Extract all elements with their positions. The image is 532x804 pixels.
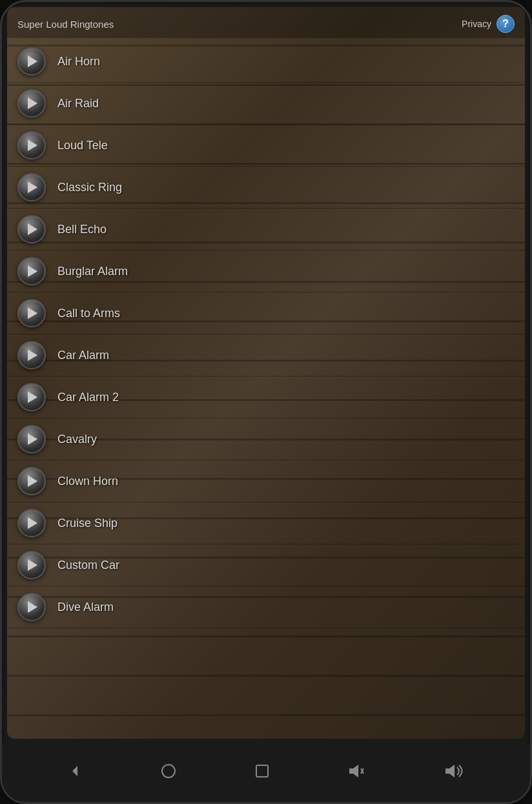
svg-marker-6: [445, 765, 455, 778]
home-button[interactable]: [161, 763, 176, 783]
ringtone-item[interactable]: Call to Arms: [7, 293, 525, 335]
play-icon-4: [28, 181, 37, 193]
track-name-11: Clown Horn: [57, 475, 118, 488]
track-name-7: Call to Arms: [57, 307, 120, 320]
play-button-10[interactable]: [17, 425, 46, 453]
play-button-7[interactable]: [17, 299, 46, 327]
ringtone-item[interactable]: Cavalry: [7, 418, 525, 460]
ringtone-item[interactable]: Burglar Alarm: [7, 251, 525, 293]
play-button-14[interactable]: [17, 593, 46, 621]
track-name-8: Car Alarm: [57, 349, 109, 362]
volume-up-button[interactable]: [444, 763, 465, 783]
track-name-2: Air Raid: [57, 97, 99, 110]
top-bar: Super Loud Ringtones Privacy ?: [7, 7, 525, 38]
ringtone-item[interactable]: Cruise Ship: [7, 502, 525, 544]
ringtone-item[interactable]: Car Alarm 2: [7, 376, 525, 418]
svg-marker-0: [72, 766, 77, 776]
play-icon-13: [28, 559, 37, 571]
play-icon-9: [28, 391, 37, 403]
ringtone-item[interactable]: Custom Car: [7, 544, 525, 586]
play-icon-12: [28, 517, 37, 529]
track-name-3: Loud Tele: [57, 139, 108, 152]
ringtone-item[interactable]: Air Horn: [7, 41, 525, 83]
play-button-4[interactable]: [17, 173, 46, 201]
recents-button[interactable]: [254, 763, 270, 783]
track-name-5: Bell Echo: [57, 223, 107, 236]
play-icon-2: [28, 98, 37, 109]
play-icon-6: [28, 265, 37, 277]
top-right-controls: Privacy ?: [462, 15, 515, 33]
play-button-8[interactable]: [17, 341, 46, 369]
nav-bar: [2, 744, 530, 802]
play-button-12[interactable]: [17, 509, 46, 537]
play-icon-3: [28, 139, 37, 151]
back-button[interactable]: [67, 763, 83, 783]
ringtone-item[interactable]: Clown Horn: [7, 460, 525, 502]
svg-marker-3: [349, 765, 358, 778]
track-name-9: Car Alarm 2: [57, 391, 119, 404]
volume-down-button[interactable]: [348, 763, 366, 783]
app-title: Super Loud Ringtones: [17, 19, 114, 30]
play-button-2[interactable]: [17, 89, 46, 118]
track-name-10: Cavalry: [57, 433, 97, 446]
play-button-1[interactable]: [17, 47, 46, 76]
play-button-9[interactable]: [17, 383, 46, 411]
ringtone-item[interactable]: Air Raid: [7, 83, 525, 125]
track-name-6: Burglar Alarm: [57, 265, 128, 278]
play-icon-14: [28, 601, 37, 613]
play-icon-1: [28, 56, 37, 67]
help-icon[interactable]: ?: [496, 15, 515, 33]
privacy-link[interactable]: Privacy: [462, 19, 491, 29]
svg-rect-2: [256, 765, 268, 777]
play-icon-5: [28, 223, 37, 235]
track-name-14: Dive Alarm: [57, 601, 114, 614]
ringtone-item[interactable]: Car Alarm: [7, 335, 525, 376]
play-button-6[interactable]: [17, 257, 46, 285]
track-name-1: Air Horn: [57, 55, 100, 68]
play-icon-10: [28, 433, 37, 445]
ringtone-list: Air HornAir RaidLoud TeleClassic RingBel…: [7, 38, 525, 739]
ringtone-item[interactable]: Bell Echo: [7, 209, 525, 251]
play-button-11[interactable]: [17, 467, 46, 495]
track-name-12: Cruise Ship: [57, 517, 118, 530]
play-button-13[interactable]: [17, 551, 46, 579]
svg-point-1: [162, 765, 175, 778]
play-icon-7: [28, 307, 37, 319]
play-button-3[interactable]: [17, 131, 46, 160]
track-name-4: Classic Ring: [57, 181, 122, 194]
ringtone-item[interactable]: Dive Alarm: [7, 586, 525, 628]
device-frame: Super Loud Ringtones Privacy ? Air HornA…: [0, 0, 532, 804]
play-icon-8: [28, 349, 37, 361]
ringtone-item[interactable]: Classic Ring: [7, 167, 525, 209]
play-icon-11: [28, 475, 37, 487]
track-name-13: Custom Car: [57, 559, 119, 572]
app-screen: Super Loud Ringtones Privacy ? Air HornA…: [7, 7, 525, 739]
play-button-5[interactable]: [17, 215, 46, 243]
ringtone-item[interactable]: Loud Tele: [7, 125, 525, 167]
